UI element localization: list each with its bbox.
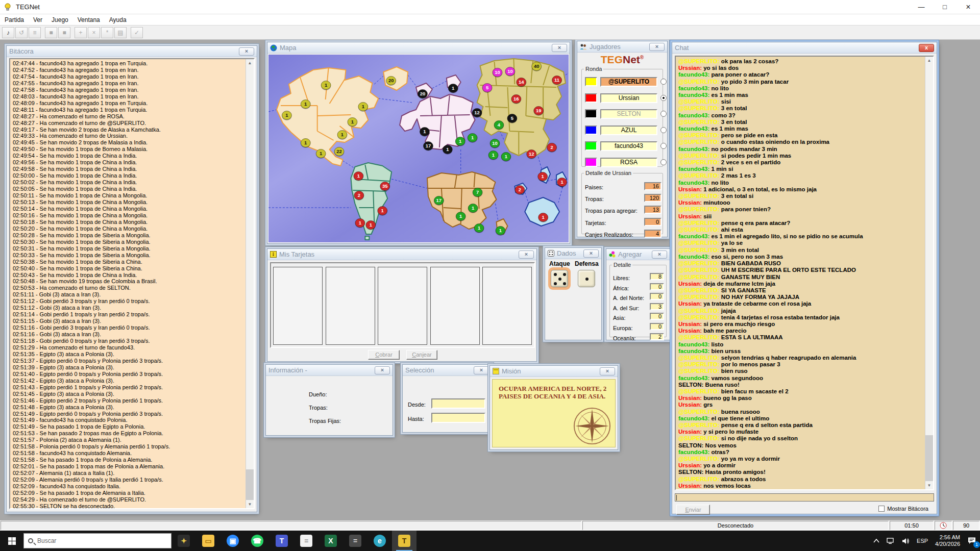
army-marker[interactable]: 14	[517, 78, 526, 88]
card-slot-3[interactable]	[378, 267, 427, 345]
army-marker[interactable]: 1	[348, 118, 357, 128]
army-marker[interactable]: 20	[418, 90, 428, 99]
army-marker[interactable]: 2	[354, 191, 364, 201]
army-marker[interactable]: 10	[505, 67, 515, 77]
toolbar-button-0[interactable]: ♪	[2, 27, 14, 38]
dados-titlebar[interactable]: Dados ×	[545, 248, 601, 259]
canjear-button[interactable]: Canjear	[406, 350, 437, 360]
menu-item-juego[interactable]: Juego	[47, 16, 73, 23]
scroll-up-icon[interactable]: ▲	[246, 59, 254, 67]
army-marker[interactable]: 19	[534, 107, 544, 116]
chat-log[interactable]: @SUPERLITO: ok para las 2 cosas?Urssian:…	[675, 56, 934, 490]
army-marker[interactable]: 16	[511, 95, 521, 105]
army-marker[interactable]: 1	[354, 172, 363, 182]
bitacora-close-icon[interactable]: ×	[239, 47, 254, 56]
jugadores-close-icon[interactable]: ×	[649, 43, 665, 51]
army-marker[interactable]: 1	[355, 219, 365, 229]
army-marker[interactable]: 2	[515, 186, 525, 195]
player-turn-radio[interactable]	[660, 127, 667, 133]
taskbar-icon-zoom[interactable]: ▣	[220, 531, 245, 551]
army-marker[interactable]: 2	[547, 143, 557, 153]
army-marker[interactable]: 1	[420, 128, 429, 137]
taskbar-icon-teams[interactable]: T	[270, 531, 294, 551]
army-marker[interactable]: 1	[538, 213, 548, 223]
army-marker[interactable]: 1	[301, 100, 310, 110]
start-button[interactable]	[0, 531, 23, 551]
chat-input[interactable]	[675, 493, 934, 502]
army-marker[interactable]: 20	[386, 77, 396, 86]
taskbar-icon-edge[interactable]: e	[368, 531, 392, 551]
army-marker[interactable]: 5	[482, 84, 492, 93]
army-marker[interactable]: 11	[552, 76, 562, 86]
army-marker[interactable]: 22	[334, 147, 344, 157]
close-button[interactable]: ×	[957, 0, 980, 14]
tarjetas-close-icon[interactable]: ×	[519, 251, 534, 259]
army-marker[interactable]: 17	[434, 196, 444, 206]
desde-input[interactable]	[431, 398, 485, 409]
army-marker[interactable]: 1	[337, 131, 347, 140]
taskbar-search[interactable]: Buscar	[23, 533, 172, 548]
taskbar-icon-whatsapp[interactable]: ☎	[245, 531, 270, 551]
informacion-titlebar[interactable]: Información - ×	[266, 365, 393, 376]
card-slot-2[interactable]	[326, 267, 375, 345]
card-slot-1[interactable]	[273, 267, 323, 345]
army-marker[interactable]: 10	[493, 68, 502, 78]
army-marker[interactable]: 1	[488, 151, 498, 161]
player-turn-radio[interactable]	[660, 111, 667, 117]
army-marker[interactable]: 1	[501, 153, 511, 162]
army-marker[interactable]: 1	[366, 221, 376, 231]
card-slot-4[interactable]	[430, 267, 480, 345]
menu-item-ventana[interactable]: Ventana	[73, 16, 105, 23]
army-marker[interactable]: 1	[474, 224, 484, 234]
chat-scrollbar[interactable]: ▲ ▼	[925, 57, 933, 489]
bitacora-log[interactable]: 02:47:44 - facundo43 ha agregado 1 tropa…	[9, 58, 255, 509]
player-turn-radio[interactable]	[660, 95, 667, 101]
army-marker[interactable]: 40	[532, 62, 542, 72]
seleccion-close-icon[interactable]: ×	[474, 366, 489, 374]
taskbar-icon-notepad[interactable]: ≡	[294, 531, 318, 551]
chat-close-icon[interactable]: x	[919, 44, 934, 52]
mision-close-icon[interactable]: ×	[600, 367, 615, 375]
hasta-input[interactable]	[431, 413, 485, 423]
taskbar-icon-excel[interactable]: X	[318, 531, 343, 551]
language-indicator[interactable]: ESP	[913, 531, 932, 551]
mostrar-bitacora-checkbox[interactable]	[878, 506, 885, 512]
army-marker[interactable]: 1	[321, 81, 331, 91]
volume-icon[interactable]	[898, 531, 913, 551]
army-marker[interactable]: 17	[423, 142, 433, 152]
player-turn-radio[interactable]	[660, 159, 667, 165]
scroll-down-icon[interactable]: ▼	[246, 500, 254, 508]
army-marker[interactable]: 7	[473, 188, 482, 198]
menu-item-partida[interactable]: Partida	[0, 16, 29, 23]
army-marker[interactable]: 10	[490, 139, 500, 149]
army-marker[interactable]: 1	[316, 149, 326, 159]
card-slot-5[interactable]	[482, 267, 532, 345]
network-icon[interactable]	[883, 531, 898, 551]
army-marker[interactable]: 1	[468, 134, 477, 143]
taskbar-icon-game[interactable]: ✦	[172, 531, 196, 551]
army-marker[interactable]: 4	[494, 121, 504, 131]
mapa-titlebar[interactable]: Mapa ×	[267, 42, 570, 54]
army-marker[interactable]: 1	[378, 207, 387, 216]
army-marker[interactable]: 1	[358, 103, 368, 112]
player-turn-radio[interactable]	[660, 79, 667, 85]
maximize-button[interactable]: □	[933, 0, 957, 14]
bitacora-titlebar[interactable]: Bitácora ×	[7, 46, 257, 57]
agregar-close-icon[interactable]: ×	[652, 251, 667, 259]
army-marker[interactable]: 1	[456, 212, 465, 222]
jugadores-titlebar[interactable]: Jugadores ×	[577, 41, 667, 53]
menu-item-ver[interactable]: Ver	[29, 16, 47, 23]
army-marker[interactable]: 1	[538, 172, 548, 182]
bitacora-scrollbar[interactable]: ▲ ▼	[246, 59, 254, 508]
player-turn-radio[interactable]	[660, 143, 667, 149]
taskbar-icon-tegnet[interactable]: T	[392, 531, 416, 551]
army-marker[interactable]: 1	[468, 204, 478, 214]
chat-titlebar[interactable]: Chat x	[672, 42, 937, 54]
scrollbar-thumb[interactable]	[246, 469, 254, 500]
mision-titlebar[interactable]: Misión ×	[490, 366, 618, 377]
tray-chevron-icon[interactable]	[870, 531, 883, 551]
army-marker[interactable]: 35	[380, 182, 390, 192]
army-marker[interactable]: 1	[301, 139, 310, 148]
army-marker[interactable]: 1	[282, 111, 291, 121]
clock[interactable]: 2:56 AM 4/20/2026	[932, 531, 964, 551]
